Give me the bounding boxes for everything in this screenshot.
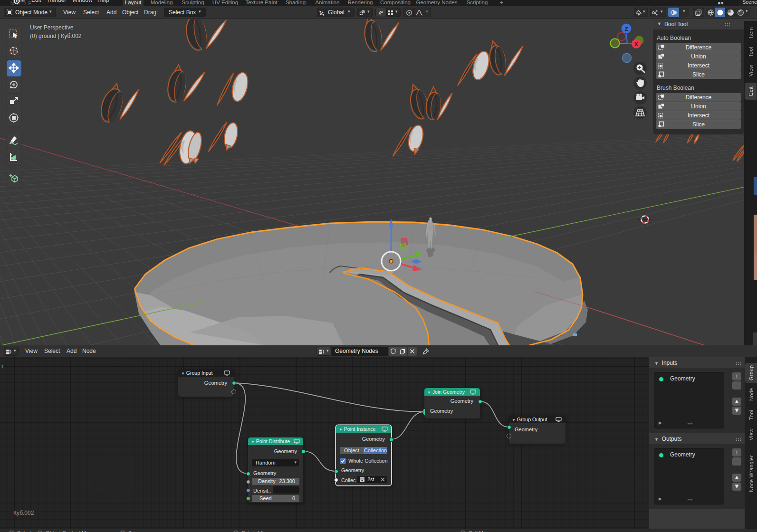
- svg-text:Z: Z: [625, 26, 628, 32]
- svg-text:X: X: [634, 41, 638, 47]
